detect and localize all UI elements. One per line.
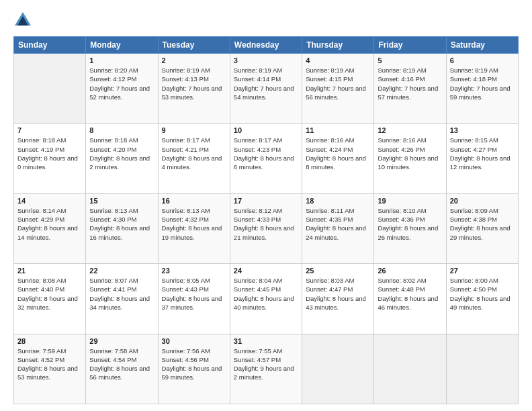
daylight-text: Daylight: 8 hours and 14 minutes.: [17, 224, 82, 242]
sunrise-text: Sunrise: 8:03 AM: [306, 276, 370, 285]
calendar-cell: 17 Sunrise: 8:12 AM Sunset: 4:33 PM Dayl…: [230, 193, 302, 263]
cell-info: Sunrise: 7:56 AM Sunset: 4:56 PM Dayligh…: [162, 347, 226, 382]
daylight-text: Daylight: 8 hours and 4 minutes.: [162, 154, 226, 172]
calendar-cell: 21 Sunrise: 8:08 AM Sunset: 4:40 PM Dayl…: [14, 264, 86, 334]
page: SundayMondayTuesdayWednesdayThursdayFrid…: [0, 0, 532, 411]
header: [13, 11, 519, 30]
sunset-text: Sunset: 4:18 PM: [450, 75, 515, 83]
calendar-cell: [302, 334, 374, 404]
daylight-text: Daylight: 8 hours and 29 minutes.: [450, 224, 515, 242]
sunset-text: Sunset: 4:35 PM: [306, 215, 370, 224]
daylight-text: Daylight: 8 hours and 10 minutes.: [378, 154, 442, 172]
day-number: 13: [450, 126, 515, 134]
day-number: 8: [89, 126, 154, 134]
daylight-text: Daylight: 8 hours and 12 minutes.: [450, 154, 515, 172]
cell-info: Sunrise: 8:14 AM Sunset: 4:29 PM Dayligh…: [17, 206, 82, 242]
sunset-text: Sunset: 4:50 PM: [450, 285, 515, 293]
day-number: 18: [306, 197, 370, 205]
sunrise-text: Sunrise: 8:13 AM: [162, 206, 226, 215]
day-number: 14: [17, 197, 82, 205]
calendar-table: SundayMondayTuesdayWednesdayThursdayFrid…: [13, 36, 519, 404]
sunrise-text: Sunrise: 8:19 AM: [162, 66, 226, 75]
day-number: 2: [162, 56, 226, 64]
calendar-cell: 9 Sunrise: 8:17 AM Sunset: 4:21 PM Dayli…: [158, 124, 230, 193]
sunset-text: Sunset: 4:36 PM: [378, 215, 442, 224]
day-number: 22: [89, 267, 154, 275]
sunset-text: Sunset: 4:27 PM: [450, 145, 515, 154]
sunrise-text: Sunrise: 7:55 AM: [234, 347, 298, 355]
sunset-text: Sunset: 4:19 PM: [17, 145, 82, 154]
calendar-cell: 1 Sunrise: 8:20 AM Sunset: 4:12 PM Dayli…: [86, 54, 158, 124]
calendar-cell: 26 Sunrise: 8:02 AM Sunset: 4:48 PM Dayl…: [374, 264, 446, 334]
sunset-text: Sunset: 4:29 PM: [17, 215, 82, 224]
logo-icon: [13, 11, 32, 30]
daylight-text: Daylight: 8 hours and 49 minutes.: [450, 294, 515, 312]
day-header-friday: Friday: [374, 37, 446, 54]
sunrise-text: Sunrise: 7:56 AM: [162, 347, 226, 355]
sunset-text: Sunset: 4:21 PM: [162, 145, 226, 154]
sunrise-text: Sunrise: 8:19 AM: [306, 66, 370, 75]
daylight-text: Daylight: 7 hours and 53 minutes.: [162, 84, 226, 102]
calendar-cell: 22 Sunrise: 8:07 AM Sunset: 4:41 PM Dayl…: [86, 264, 158, 334]
daylight-text: Daylight: 8 hours and 2 minutes.: [89, 154, 154, 172]
cell-info: Sunrise: 8:11 AM Sunset: 4:35 PM Dayligh…: [306, 206, 370, 242]
cell-info: Sunrise: 8:19 AM Sunset: 4:13 PM Dayligh…: [162, 66, 226, 101]
cell-info: Sunrise: 8:13 AM Sunset: 4:30 PM Dayligh…: [89, 206, 154, 242]
sunrise-text: Sunrise: 8:08 AM: [17, 276, 82, 285]
day-header-monday: Monday: [86, 37, 158, 54]
sunset-text: Sunset: 4:32 PM: [162, 215, 226, 224]
daylight-text: Daylight: 8 hours and 0 minutes.: [17, 154, 82, 172]
sunrise-text: Sunrise: 8:17 AM: [162, 136, 226, 144]
cell-info: Sunrise: 8:10 AM Sunset: 4:36 PM Dayligh…: [378, 206, 442, 242]
calendar-cell: 25 Sunrise: 8:03 AM Sunset: 4:47 PM Dayl…: [302, 264, 374, 334]
day-number: 5: [378, 56, 442, 64]
day-number: 10: [234, 126, 298, 134]
cell-info: Sunrise: 8:18 AM Sunset: 4:19 PM Dayligh…: [17, 136, 82, 171]
calendar-cell: 23 Sunrise: 8:05 AM Sunset: 4:43 PM Dayl…: [158, 264, 230, 334]
daylight-text: Daylight: 8 hours and 43 minutes.: [306, 294, 370, 312]
cell-info: Sunrise: 8:16 AM Sunset: 4:26 PM Dayligh…: [378, 136, 442, 171]
sunrise-text: Sunrise: 7:58 AM: [89, 347, 154, 355]
sunrise-text: Sunrise: 8:02 AM: [378, 276, 442, 285]
day-number: 28: [17, 337, 82, 345]
cell-info: Sunrise: 8:15 AM Sunset: 4:27 PM Dayligh…: [450, 136, 515, 171]
day-number: 15: [89, 197, 154, 205]
calendar-cell: 31 Sunrise: 7:55 AM Sunset: 4:57 PM Dayl…: [230, 334, 302, 404]
sunset-text: Sunset: 4:40 PM: [17, 285, 82, 293]
day-header-thursday: Thursday: [302, 37, 374, 54]
cell-info: Sunrise: 8:05 AM Sunset: 4:43 PM Dayligh…: [162, 276, 226, 312]
daylight-text: Daylight: 8 hours and 56 minutes.: [89, 364, 154, 382]
daylight-text: Daylight: 8 hours and 40 minutes.: [234, 294, 298, 312]
cell-info: Sunrise: 8:17 AM Sunset: 4:21 PM Dayligh…: [162, 136, 226, 171]
day-number: 27: [450, 267, 515, 275]
sunrise-text: Sunrise: 8:00 AM: [450, 276, 515, 285]
sunrise-text: Sunrise: 8:18 AM: [17, 136, 82, 144]
daylight-text: Daylight: 8 hours and 8 minutes.: [306, 154, 370, 172]
daylight-text: Daylight: 8 hours and 6 minutes.: [234, 154, 298, 172]
day-number: 24: [234, 267, 298, 275]
sunset-text: Sunset: 4:47 PM: [306, 285, 370, 293]
day-number: 9: [162, 126, 226, 134]
calendar-cell: 20 Sunrise: 8:09 AM Sunset: 4:38 PM Dayl…: [446, 193, 518, 263]
day-number: 26: [378, 267, 442, 275]
day-number: 25: [306, 267, 370, 275]
cell-info: Sunrise: 8:00 AM Sunset: 4:50 PM Dayligh…: [450, 276, 515, 312]
day-number: 29: [89, 337, 154, 345]
daylight-text: Daylight: 8 hours and 46 minutes.: [378, 294, 442, 312]
sunrise-text: Sunrise: 8:20 AM: [89, 66, 154, 75]
sunrise-text: Sunrise: 8:19 AM: [234, 66, 298, 75]
sunset-text: Sunset: 4:48 PM: [378, 285, 442, 293]
sunset-text: Sunset: 4:20 PM: [89, 145, 154, 154]
cell-info: Sunrise: 8:02 AM Sunset: 4:48 PM Dayligh…: [378, 276, 442, 312]
daylight-text: Daylight: 8 hours and 26 minutes.: [378, 224, 442, 242]
day-number: 31: [234, 337, 298, 345]
sunset-text: Sunset: 4:52 PM: [17, 355, 82, 364]
cell-info: Sunrise: 8:16 AM Sunset: 4:24 PM Dayligh…: [306, 136, 370, 171]
sunset-text: Sunset: 4:14 PM: [234, 75, 298, 83]
sunset-text: Sunset: 4:23 PM: [234, 145, 298, 154]
calendar-cell: 14 Sunrise: 8:14 AM Sunset: 4:29 PM Dayl…: [14, 193, 86, 263]
day-number: 6: [450, 56, 515, 64]
sunrise-text: Sunrise: 8:15 AM: [450, 136, 515, 144]
sunset-text: Sunset: 4:30 PM: [89, 215, 154, 224]
calendar-cell: 19 Sunrise: 8:10 AM Sunset: 4:36 PM Dayl…: [374, 193, 446, 263]
